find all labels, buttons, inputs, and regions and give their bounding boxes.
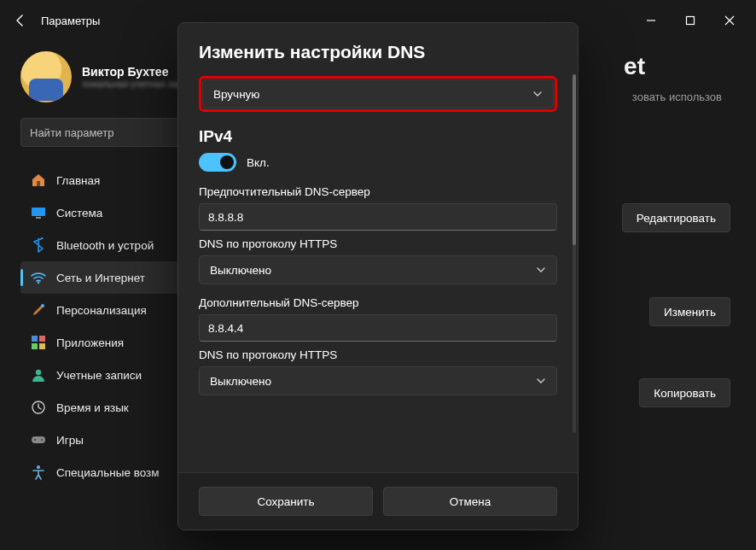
page-title-fragment: et: [624, 53, 645, 80]
home-icon: [31, 173, 46, 188]
ipv4-toggle[interactable]: [199, 153, 236, 172]
dialog-scrollbar[interactable]: [573, 74, 576, 433]
sidebar-item-label: Персонализация: [56, 304, 147, 317]
ipv4-toggle-label: Вкл.: [247, 156, 270, 169]
accessibility-icon: [31, 465, 46, 480]
sidebar-item-label: Приложения: [56, 336, 124, 349]
sidebar-item-label: Специальные возм: [56, 466, 160, 479]
cancel-button[interactable]: Отмена: [383, 487, 557, 516]
arrow-left-icon: [14, 14, 27, 27]
window-title: Параметры: [41, 15, 100, 27]
highlight-annotation: Вручную: [199, 76, 557, 112]
svg-point-17: [41, 439, 43, 441]
copy-button[interactable]: Копировать: [639, 378, 730, 407]
svg-rect-15: [32, 436, 45, 443]
svg-point-18: [37, 465, 40, 469]
svg-rect-5: [32, 208, 45, 216]
chevron-down-icon: [536, 376, 546, 386]
bluetooth-icon: [31, 237, 46, 253]
sidebar-item-label: Учетные записи: [56, 369, 142, 382]
save-button[interactable]: Сохранить: [199, 487, 373, 516]
svg-point-16: [34, 439, 36, 441]
search-placeholder: Найти параметр: [30, 126, 113, 139]
svg-rect-4: [37, 181, 40, 186]
sidebar-item-label: Сеть и Интернет: [56, 272, 145, 284]
wifi-icon: [31, 270, 46, 285]
maximize-button[interactable]: [671, 7, 710, 34]
dns-https-2-label: DNS по протоколу HTTPS: [199, 348, 557, 361]
apps-icon: [31, 335, 46, 350]
dns-mode-select[interactable]: Вручную: [202, 79, 554, 108]
dns-https-1-select[interactable]: Выключено: [199, 255, 557, 284]
system-icon: [31, 205, 46, 220]
svg-rect-6: [36, 217, 41, 219]
alternate-dns-input[interactable]: [199, 314, 557, 342]
close-button[interactable]: [710, 7, 749, 34]
sidebar-item-label: Система: [56, 207, 102, 219]
page-subtitle-fragment: зовать использов: [632, 91, 722, 103]
preferred-dns-input[interactable]: [199, 203, 557, 231]
dns-mode-value: Вручную: [213, 88, 259, 101]
avatar: [20, 51, 72, 102]
dns-https-1-label: DNS по протоколу HTTPS: [199, 237, 557, 250]
ipv4-heading: IPv4: [199, 127, 557, 146]
preferred-dns-label: Предпочтительный DNS-сервер: [199, 185, 557, 198]
dns-https-1-value: Выключено: [210, 264, 271, 277]
svg-rect-9: [32, 336, 38, 342]
change-button[interactable]: Изменить: [649, 297, 730, 326]
back-button[interactable]: [7, 7, 34, 34]
svg-rect-11: [32, 343, 38, 349]
svg-point-13: [36, 370, 41, 375]
sidebar-item-label: Время и язык: [56, 401, 129, 414]
minimize-icon: [646, 15, 656, 26]
time-icon: [31, 400, 46, 415]
svg-point-7: [38, 282, 39, 284]
dns-settings-dialog: Изменить настройки DNS Вручную IPv4 Вкл.…: [177, 22, 579, 530]
dialog-footer: Сохранить Отмена: [178, 472, 578, 530]
search-input[interactable]: Найти параметр: [20, 118, 200, 147]
chevron-down-icon: [532, 89, 543, 99]
maximize-icon: [685, 15, 695, 26]
sidebar-item-label: Bluetooth и устрой: [56, 239, 154, 252]
dns-https-2-select[interactable]: Выключено: [199, 366, 557, 395]
svg-rect-10: [39, 336, 45, 342]
close-icon: [724, 15, 735, 26]
sidebar-item-label: Игры: [56, 434, 84, 447]
svg-rect-12: [39, 343, 45, 349]
edit-button[interactable]: Редактировать: [622, 203, 730, 232]
minimize-button[interactable]: [631, 7, 671, 34]
chevron-down-icon: [536, 265, 546, 275]
games-icon: [31, 432, 46, 448]
scrollbar-thumb[interactable]: [573, 74, 576, 245]
brush-icon: [31, 302, 46, 318]
sidebar-item-label: Главная: [56, 174, 100, 187]
dialog-title: Изменить настройки DNS: [199, 42, 557, 62]
dns-https-2-value: Выключено: [210, 375, 271, 388]
svg-point-8: [41, 304, 44, 307]
svg-rect-1: [687, 17, 695, 25]
alternate-dns-label: Дополнительный DNS-сервер: [199, 296, 557, 309]
account-icon: [31, 367, 46, 383]
